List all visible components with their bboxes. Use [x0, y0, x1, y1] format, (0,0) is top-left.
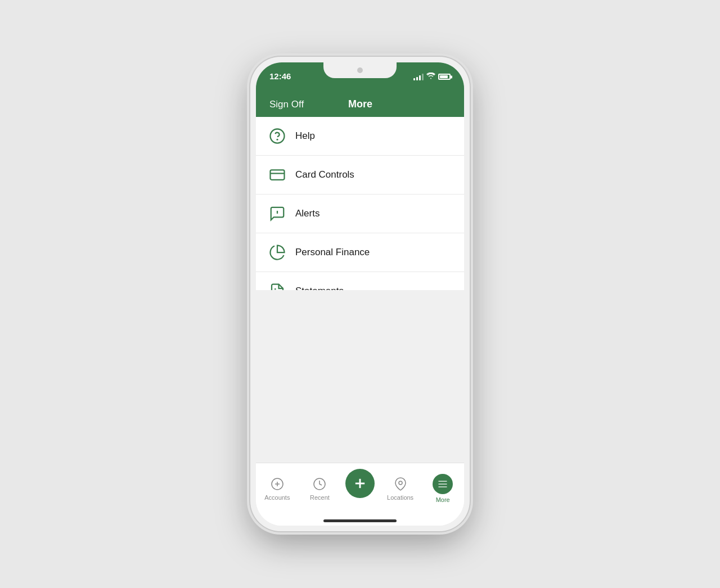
phone-screen: 12:46 Sign Off More — [256, 62, 464, 526]
menu-item-personal-finance[interactable]: Personal Finance — [256, 233, 464, 272]
personal-finance-icon — [267, 242, 287, 263]
phone-frame: 12:46 Sign Off More — [250, 57, 470, 531]
status-time: 12:46 — [269, 70, 291, 81]
recent-icon — [312, 476, 327, 492]
locations-icon — [393, 476, 408, 492]
navigation-bar: Sign Off More — [256, 93, 464, 117]
battery-icon — [438, 74, 451, 80]
tab-accounts[interactable]: Accounts — [260, 476, 294, 501]
menu-list: Help Card Controls — [256, 117, 464, 290]
accounts-icon — [269, 476, 285, 492]
help-label: Help — [295, 130, 315, 142]
menu-item-help[interactable]: Help — [256, 117, 464, 156]
notch — [323, 62, 397, 78]
signal-icon — [413, 74, 424, 80]
home-indicator — [256, 519, 464, 526]
card-controls-icon — [267, 165, 287, 185]
home-bar — [323, 519, 397, 522]
tab-more[interactable]: More — [426, 474, 460, 503]
more-icon — [433, 474, 453, 494]
help-icon — [267, 126, 287, 146]
add-button[interactable] — [345, 469, 375, 498]
menu-item-alerts[interactable]: Alerts — [256, 195, 464, 233]
menu-item-statements[interactable]: Statements — [256, 272, 464, 290]
tab-bar: Accounts Recent — [256, 463, 464, 519]
statements-label: Statements — [295, 286, 344, 290]
locations-tab-label: Locations — [387, 494, 413, 501]
alerts-label: Alerts — [295, 208, 320, 219]
menu-item-card-controls[interactable]: Card Controls — [256, 156, 464, 195]
tab-recent[interactable]: Recent — [303, 476, 336, 501]
recent-tab-label: Recent — [310, 494, 330, 501]
svg-point-21 — [399, 481, 402, 485]
tab-locations[interactable]: Locations — [384, 476, 417, 501]
wifi-icon — [426, 73, 435, 81]
page-title: More — [348, 98, 372, 110]
sign-off-button[interactable]: Sign Off — [269, 99, 304, 110]
personal-finance-label: Personal Finance — [295, 247, 370, 258]
status-icons — [413, 70, 451, 81]
statements-icon — [267, 281, 287, 290]
camera — [357, 67, 363, 73]
card-controls-label: Card Controls — [295, 169, 354, 180]
status-bar: 12:46 — [256, 62, 464, 93]
alerts-icon — [267, 203, 287, 224]
gray-area — [256, 290, 464, 463]
accounts-tab-label: Accounts — [264, 494, 290, 501]
svg-point-0 — [271, 129, 285, 143]
svg-rect-2 — [271, 170, 285, 180]
more-tab-label: More — [436, 496, 450, 503]
